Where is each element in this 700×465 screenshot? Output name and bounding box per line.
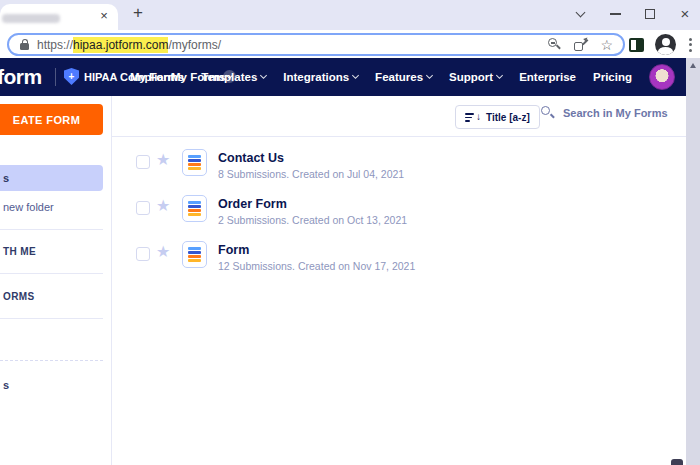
favorite-star-icon[interactable]: ★ (156, 196, 170, 215)
form-meta: 12 Submissions. Created on Nov 17, 2021 (218, 260, 415, 272)
chevron-down-icon (426, 72, 433, 79)
forms-list: ★ Contact Us 8 Submissions. Created on J… (112, 145, 686, 283)
bookmark-star-icon[interactable]: ☆ (600, 38, 613, 52)
scrollbar-up-arrow-icon[interactable] (690, 63, 696, 68)
search-forms[interactable]: Search in My Forms (541, 106, 668, 119)
form-icon (182, 241, 207, 268)
sidebar-divider (0, 318, 103, 319)
form-info[interactable]: Form 12 Submissions. Created on Nov 17, … (218, 243, 415, 272)
sidebar: EATE FORM s new folder TH ME ORMS s (0, 96, 112, 465)
nav-item-enterprise[interactable]: Enterprise (519, 71, 576, 83)
main-area: ↓ Title [a-z] Search in My Forms ★ Conta… (112, 96, 686, 465)
form-meta: 2 Submissions. Created on Oct 13, 2021 (218, 214, 407, 226)
sidebar-item-shared-with-me[interactable]: TH ME (3, 246, 36, 257)
sidebar-create-new-folder[interactable]: new folder (3, 201, 54, 213)
lock-icon[interactable] (20, 39, 29, 51)
chevron-down-icon (352, 72, 359, 79)
nav-item-support[interactable]: Support (449, 71, 502, 83)
form-info[interactable]: Contact Us 8 Submissions. Created on Jul… (218, 151, 404, 180)
form-checkbox[interactable] (136, 247, 150, 261)
nav-item-templates[interactable]: Templates (201, 71, 266, 83)
form-checkbox[interactable] (136, 155, 150, 169)
sort-icon: ↓ (465, 111, 481, 123)
tab-title-redacted (2, 14, 60, 23)
browser-window: × + × https://hipaa.jotform.com/myforms/… (0, 0, 700, 465)
tab-strip: × + × (0, 0, 700, 30)
sort-button[interactable]: ↓ Title [a-z] (455, 105, 540, 129)
sidebar-divider (0, 229, 103, 230)
sidebar-divider (0, 273, 103, 274)
form-row[interactable]: ★ Contact Us 8 Submissions. Created on J… (112, 145, 686, 191)
address-bar-icons: ☆ (548, 35, 613, 54)
nav-item-label: Templates (201, 71, 257, 83)
window-minimize-button[interactable] (608, 7, 622, 21)
hipaa-shield-icon: + (64, 68, 79, 85)
nav-item-my-forms[interactable]: My Forms (130, 71, 184, 83)
url-suffix: /myforms/ (168, 38, 221, 52)
window-controls: × (573, 2, 692, 26)
sidebar-item-archived-forms[interactable]: ORMS (3, 291, 35, 302)
cutoff-widget (671, 459, 683, 465)
form-meta: 8 Submissions. Created on Jul 04, 2021 (218, 168, 404, 180)
sidebar-item-bottom[interactable]: s (3, 379, 9, 391)
browser-toolbar: https://hipaa.jotform.com/myforms/ ☆ (0, 30, 700, 58)
form-info[interactable]: Order Form 2 Submissions. Created on Oct… (218, 197, 407, 226)
create-form-button[interactable]: EATE FORM (0, 104, 103, 135)
search-placeholder: Search in My Forms (563, 107, 668, 119)
nav-item-label: Support (449, 71, 493, 83)
page-scrollbar[interactable] (686, 58, 700, 465)
browser-profile-avatar[interactable] (655, 34, 676, 55)
nav-item-pricing[interactable]: Pricing (593, 71, 632, 83)
sidebar-dotted-divider (0, 360, 103, 361)
nav-item-label: Enterprise (519, 71, 576, 83)
jotform-logo[interactable]: form (0, 65, 42, 89)
url-text[interactable]: https://hipaa.jotform.com/myforms/ (37, 38, 221, 52)
form-row[interactable]: ★ Form 12 Submissions. Created on Nov 17… (112, 237, 686, 283)
browser-menu-icon[interactable] (687, 36, 694, 54)
browser-action-icons (629, 34, 694, 55)
form-icon (182, 149, 207, 176)
form-title[interactable]: Contact Us (218, 151, 404, 165)
form-checkbox[interactable] (136, 201, 150, 215)
window-maximize-button[interactable] (643, 7, 657, 21)
site-header: form + HIPAA Compliant My Forms My Forms… (0, 58, 686, 96)
chevron-down-icon (260, 72, 267, 79)
url-prefix: https:// (37, 38, 73, 52)
nav-item-label: Pricing (593, 71, 632, 83)
zoom-out-icon[interactable] (548, 38, 561, 51)
sidebar-item-selected[interactable]: s (0, 165, 103, 191)
nav-item-label: My Forms (130, 71, 184, 83)
form-row[interactable]: ★ Order Form 2 Submissions. Created on O… (112, 191, 686, 237)
header-divider (55, 68, 56, 86)
search-icon (541, 106, 554, 119)
nav-item-label: Integrations (283, 71, 349, 83)
forms-toolbar: ↓ Title [a-z] Search in My Forms (112, 96, 686, 137)
window-close-button[interactable]: × (678, 7, 692, 21)
form-title[interactable]: Form (218, 243, 415, 257)
nav-item-integrations[interactable]: Integrations (283, 71, 358, 83)
header-nav: My FormsTemplatesIntegrationsFeaturesSup… (130, 58, 632, 96)
share-icon[interactable] (574, 39, 587, 51)
url-highlighted-domain: hipaa.jotform.com (73, 37, 168, 53)
new-tab-button[interactable]: + (128, 3, 148, 23)
nav-item-features[interactable]: Features (375, 71, 432, 83)
window-menu-chevron-icon[interactable] (573, 7, 587, 21)
browser-tab[interactable]: × (0, 4, 118, 30)
side-panel-icon[interactable] (629, 38, 644, 52)
form-title[interactable]: Order Form (218, 197, 407, 211)
user-avatar[interactable] (649, 64, 675, 90)
form-icon (182, 195, 207, 222)
favorite-star-icon[interactable]: ★ (156, 150, 170, 169)
sort-button-label: Title [a-z] (486, 112, 530, 123)
tab-close-icon[interactable]: × (96, 8, 112, 24)
nav-item-label: Features (375, 71, 423, 83)
favorite-star-icon[interactable]: ★ (156, 242, 170, 261)
address-bar[interactable]: https://hipaa.jotform.com/myforms/ ☆ (7, 33, 625, 56)
page-content: EATE FORM s new folder TH ME ORMS s ↓ Ti… (0, 96, 686, 465)
chevron-down-icon (496, 72, 503, 79)
